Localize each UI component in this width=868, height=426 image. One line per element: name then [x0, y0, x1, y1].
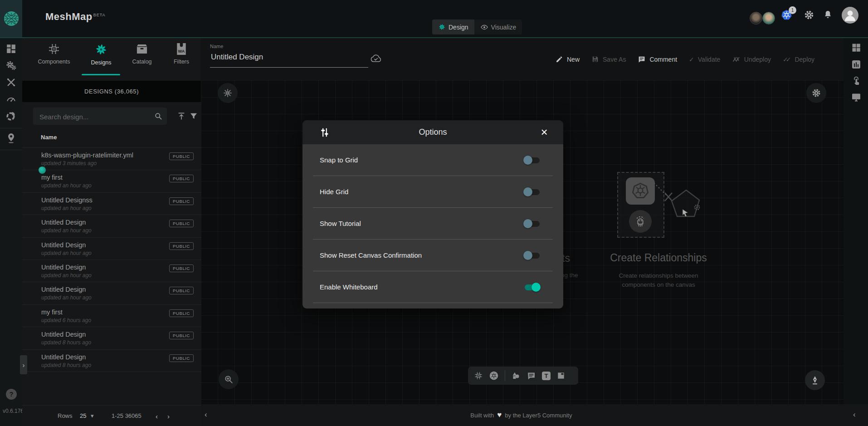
- design-list-item[interactable]: my firstupdated an hour agoPUBLIC: [22, 170, 201, 192]
- touch-interaction-icon[interactable]: [851, 75, 862, 86]
- layer5-logo-button[interactable]: [0, 0, 22, 37]
- app-version: v0.6.176: [3, 408, 24, 414]
- component-circuit-icon[interactable]: [474, 371, 483, 380]
- new-button[interactable]: New: [556, 55, 580, 63]
- undeploy-icon: ✗✗: [732, 56, 740, 63]
- toggle-show-tutorial[interactable]: [523, 219, 541, 228]
- mode-design[interactable]: Design: [432, 20, 474, 34]
- rows-label: Rows: [58, 412, 73, 419]
- kubernetes-icon[interactable]: [489, 371, 499, 381]
- validate-button[interactable]: ✓Validate: [689, 56, 720, 63]
- comment-button[interactable]: Comment: [638, 55, 677, 64]
- visibility-badge: PUBLIC: [169, 242, 194, 250]
- design-name-input[interactable]: [210, 52, 366, 62]
- undeploy-button[interactable]: ✗✗Undeploy: [732, 56, 771, 63]
- input-underline: [210, 67, 368, 68]
- search-icon[interactable]: [154, 112, 163, 121]
- dashboard-icon[interactable]: [5, 43, 17, 54]
- design-list-item[interactable]: Untitled Designupdated an hour agoPUBLIC: [22, 260, 201, 282]
- design-updated: updated 6 hours ago: [41, 317, 91, 323]
- prev-page-button[interactable]: ‹: [156, 412, 158, 420]
- design-list-item[interactable]: k8s-wasm-plugin-ratelimiter.ymlupdated 3…: [22, 148, 201, 170]
- import-design-icon[interactable]: [177, 112, 186, 121]
- monitor-icon[interactable]: [851, 92, 862, 103]
- save-as-button[interactable]: Save As: [591, 55, 626, 63]
- new-icon: [556, 55, 563, 63]
- toggle-snap-to-grid[interactable]: [523, 156, 541, 165]
- grid-icon[interactable]: [851, 42, 862, 53]
- caret-down-icon: ▾: [91, 412, 94, 419]
- design-updated: updated an hour ago: [41, 294, 92, 301]
- notifications-bell-icon[interactable]: [823, 10, 833, 20]
- occluded-tutorial-desc-fragment: ng the: [561, 272, 578, 279]
- meshmap-pin-icon[interactable]: [5, 132, 17, 144]
- design-list-item[interactable]: Untitled Designupdated 8 hours agoPUBLIC: [22, 327, 201, 349]
- comment-icon[interactable]: [527, 371, 536, 381]
- tab-components[interactable]: Components: [33, 43, 75, 65]
- tab-catalog[interactable]: Catalog: [121, 43, 163, 65]
- design-list-item[interactable]: Untitled Designssupdated an hour agoPUBL…: [22, 193, 201, 215]
- chart-tile-icon[interactable]: [851, 59, 862, 70]
- option-row-hide-grid: Hide Grid: [313, 176, 553, 208]
- squid-component-node[interactable]: [629, 210, 652, 233]
- cursor-icon: [682, 209, 690, 218]
- rows-per-page-select[interactable]: 25 ▾: [80, 412, 94, 419]
- design-list-item[interactable]: Untitled Designupdated an hour agoPUBLIC: [22, 238, 201, 260]
- performance-gauge-icon[interactable]: [5, 93, 17, 105]
- comment-label: Comment: [649, 56, 677, 63]
- save-as-icon: [591, 55, 599, 63]
- deploy-button[interactable]: ✓✓Deploy: [783, 56, 814, 63]
- mode-toggle: DesignVisualize: [432, 20, 522, 34]
- lifecycle-gears-icon[interactable]: [5, 60, 17, 71]
- profile-avatar[interactable]: [842, 7, 858, 24]
- toggle-enable-whiteboard[interactable]: [523, 283, 541, 292]
- canvas-dock: T: [468, 367, 578, 385]
- designs-count-header: DESIGNS (36,065): [22, 81, 201, 102]
- options-modal-header: Options ×: [302, 120, 563, 144]
- next-page-button[interactable]: ›: [167, 412, 170, 420]
- column-header-name: Name: [41, 134, 57, 141]
- eye-icon: [480, 23, 488, 31]
- option-label: Hide Grid: [320, 188, 523, 196]
- footer-chevron-right-icon[interactable]: ‹: [853, 410, 856, 419]
- spiral-icon: [438, 23, 446, 31]
- canvas-settings-button[interactable]: [806, 83, 826, 103]
- svg-text:WA: WA: [178, 49, 185, 54]
- design-list-item[interactable]: Untitled Designupdated an hour agoPUBLIC: [22, 282, 201, 304]
- settings-gear-icon[interactable]: [804, 10, 814, 20]
- design-list-item[interactable]: Untitled Designupdated 8 hours agoPUBLIC: [22, 350, 201, 372]
- design-list-item[interactable]: Untitled Designupdated an hour agoPUBLIC: [22, 215, 201, 237]
- media-icon[interactable]: [556, 371, 566, 380]
- tutorial-desc-line2: components on the canvas: [590, 281, 727, 288]
- option-label: Show Reset Canvas Confirmation: [320, 251, 523, 259]
- shapes-icon[interactable]: [511, 371, 521, 381]
- collaborator-avatar-2[interactable]: [762, 12, 775, 24]
- toggle-show-reset-canvas-confirmation[interactable]: [523, 251, 541, 260]
- text-tool-icon[interactable]: T: [542, 372, 551, 380]
- cloud-saved-icon: [370, 53, 382, 63]
- zoom-button[interactable]: [219, 369, 239, 389]
- collaborator-avatar-1[interactable]: [750, 12, 762, 24]
- tab-designs[interactable]: Designs: [80, 43, 122, 66]
- toolkit-icon[interactable]: [5, 77, 17, 88]
- option-label: Enable Whiteboard: [320, 283, 523, 291]
- footer-chevron-left-icon[interactable]: ‹: [205, 410, 207, 419]
- deploy-label: Deploy: [795, 56, 814, 63]
- kubernetes-component-node[interactable]: [626, 177, 655, 205]
- mode-visualize[interactable]: Visualize: [474, 20, 522, 34]
- canvas-config-button[interactable]: [218, 83, 238, 103]
- close-icon[interactable]: ×: [536, 124, 552, 140]
- insights-pie-icon[interactable]: [5, 110, 17, 122]
- design-list-item[interactable]: my firstupdated 6 hours agoPUBLIC: [22, 305, 201, 327]
- save-as-label: Save As: [603, 56, 626, 63]
- tab-filters[interactable]: WAFilters: [161, 43, 202, 65]
- toggle-hide-grid[interactable]: [523, 187, 541, 196]
- search-input[interactable]: [39, 108, 149, 126]
- visibility-badge: PUBLIC: [169, 152, 194, 160]
- design-name: my first: [41, 174, 63, 181]
- person-icon: [842, 7, 858, 24]
- pen-tool-button[interactable]: [805, 370, 825, 390]
- help-button[interactable]: ?: [6, 389, 17, 400]
- filter-funnel-icon[interactable]: [189, 112, 198, 121]
- panel-expander-handle[interactable]: ›: [20, 355, 27, 374]
